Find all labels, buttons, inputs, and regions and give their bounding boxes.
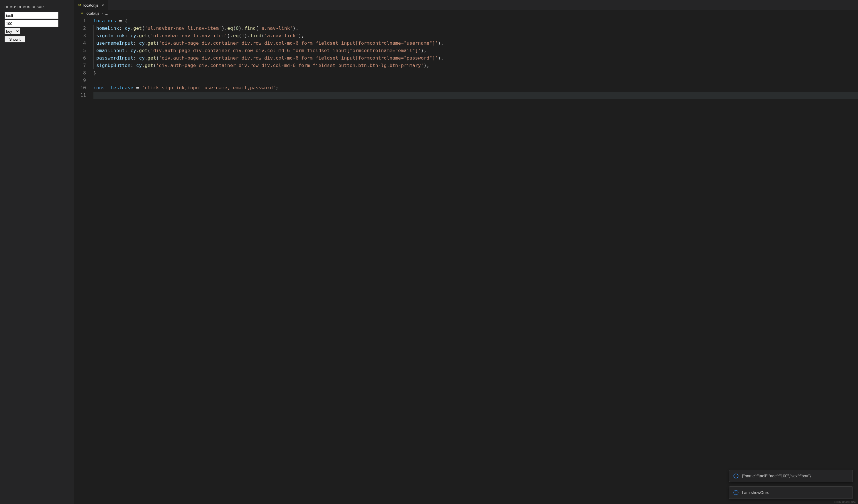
- line-number: 2: [75, 25, 86, 32]
- code-line: locators = {: [93, 17, 858, 25]
- name-input[interactable]: [4, 12, 59, 19]
- notification[interactable]: I am showOne.: [729, 486, 853, 499]
- chevron-right-icon: ›: [101, 12, 102, 15]
- sex-select[interactable]: boy: [4, 28, 20, 34]
- breadcrumb-filename: locator.js: [86, 12, 99, 15]
- tab-locator-js[interactable]: JS locator.js ×: [75, 0, 109, 10]
- line-number: 9: [75, 77, 86, 84]
- line-number: 4: [75, 39, 86, 47]
- code-container[interactable]: 1 2 3 4 5 6 7 8 9 10 11 locators = { hom…: [75, 17, 858, 504]
- svg-rect-2: [736, 476, 736, 477]
- breadcrumb-rest: ...: [105, 12, 108, 15]
- code-line: passwordInput: cy.get('div.auth-page div…: [93, 54, 858, 62]
- age-input[interactable]: [4, 20, 59, 27]
- code-line: usernameInput: cy.get('div.auth-page div…: [93, 39, 858, 47]
- notification-text: {"name":"taoli","age":"100","sex":"boy"}: [742, 474, 811, 478]
- notifications: {"name":"taoli","age":"100","sex":"boy"}…: [729, 470, 853, 499]
- info-icon: [733, 490, 738, 495]
- tab-filename: locator.js: [83, 3, 98, 7]
- line-number: 10: [75, 84, 86, 92]
- svg-point-4: [736, 491, 736, 492]
- code-line: const testcase = 'click signLink,input u…: [93, 84, 858, 92]
- code-line: [93, 92, 858, 99]
- gutter: 1 2 3 4 5 6 7 8 9 10 11: [75, 17, 93, 504]
- line-number: 11: [75, 92, 86, 99]
- breadcrumb[interactable]: JS locator.js › ...: [75, 10, 858, 17]
- watermark: CSDN @taoli-qiao: [833, 501, 856, 503]
- code-line: emailInput: cy.get('div.auth-page div.co…: [93, 47, 858, 54]
- code-line: signUpButton: cy.get('div.auth-page div.…: [93, 62, 858, 69]
- code-lines[interactable]: locators = { homeLink: cy.get('ul.navbar…: [93, 17, 858, 504]
- line-number: 5: [75, 47, 86, 54]
- svg-rect-5: [736, 492, 736, 494]
- line-number: 1: [75, 17, 86, 25]
- code-line: [93, 77, 858, 84]
- code-line: signInLink: cy.get('ul.navbar-nav li.nav…: [93, 32, 858, 39]
- sidebar-title: DEMO: DEMOSIDEBAR: [0, 2, 74, 12]
- showit-button[interactable]: ShowIt: [4, 36, 25, 43]
- svg-point-1: [736, 474, 736, 475]
- js-icon: JS: [80, 12, 83, 15]
- line-number: 6: [75, 54, 86, 62]
- line-number: 7: [75, 62, 86, 69]
- line-number: 3: [75, 32, 86, 39]
- js-icon: JS: [78, 4, 81, 6]
- close-icon[interactable]: ×: [100, 3, 105, 7]
- code-line: }: [93, 69, 858, 77]
- editor-area: JS locator.js × JS locator.js › ... 1 2 …: [75, 0, 858, 504]
- line-number: 8: [75, 69, 86, 77]
- code-line: homeLink: cy.get('ul.navbar-nav li.nav-i…: [93, 25, 858, 32]
- notification-text: I am showOne.: [742, 490, 769, 495]
- notification[interactable]: {"name":"taoli","age":"100","sex":"boy"}: [729, 470, 853, 482]
- sidebar: DEMO: DEMOSIDEBAR boy ShowIt: [0, 0, 75, 504]
- info-icon: [733, 473, 738, 478]
- tab-bar: JS locator.js ×: [75, 0, 858, 10]
- sidebar-form: boy ShowIt: [0, 12, 74, 43]
